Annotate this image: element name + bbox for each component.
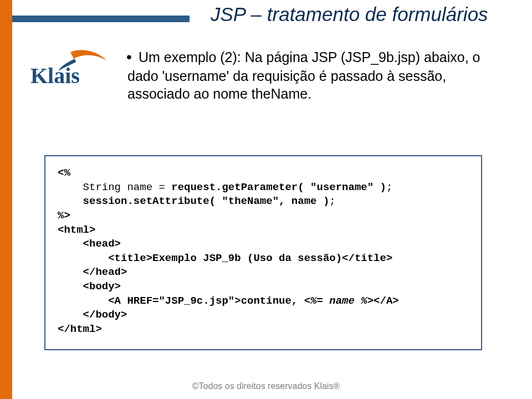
logo: Klais: [30, 49, 108, 93]
slide: JSP – tratamento de formulários Klais Um…: [0, 0, 532, 399]
code-box: <% String name = request.getParameter( "…: [44, 155, 482, 350]
logo-bird-wing: [70, 50, 107, 61]
bullet-item: Um exemplo (2): Na página JSP (JSP_9b.js…: [127, 47, 499, 103]
top-accent-bar: [12, 16, 190, 22]
left-accent-bar: [0, 0, 12, 399]
footer-copyright: ©Todos os direitos reservados Klais®: [0, 381, 532, 391]
page-title: JSP – tratamento de formulários: [211, 3, 515, 25]
bullet-text: Um exemplo (2): Na página JSP (JSP_9b.js…: [127, 47, 499, 103]
logo-text: Klais: [30, 63, 80, 88]
